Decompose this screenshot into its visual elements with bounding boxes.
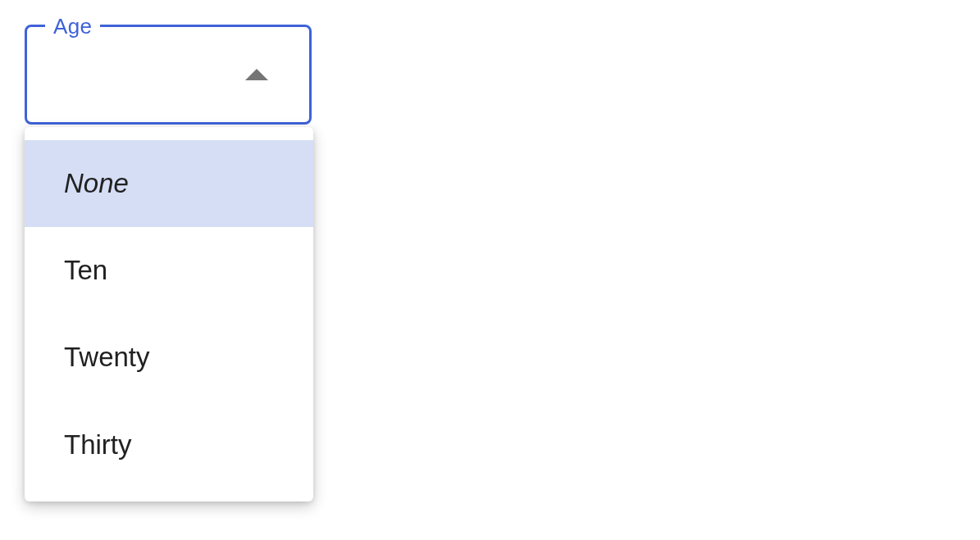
age-select-field[interactable]: Age	[25, 25, 312, 125]
arrow-drop-up-icon	[245, 69, 268, 80]
menu-item-label: Thirty	[64, 429, 132, 460]
menu-item-label: Twenty	[64, 342, 150, 372]
age-select-label: Age	[45, 14, 100, 39]
age-select-menu: None Ten Twenty Thirty	[25, 127, 313, 501]
menu-item-twenty[interactable]: Twenty	[25, 314, 313, 401]
age-select-container: Age None Ten Twenty Thirty	[25, 25, 312, 125]
menu-item-none[interactable]: None	[25, 140, 313, 227]
menu-item-ten[interactable]: Ten	[25, 227, 313, 314]
menu-item-label: None	[64, 168, 129, 198]
menu-item-thirty[interactable]: Thirty	[25, 402, 313, 488]
menu-item-label: Ten	[64, 255, 107, 285]
